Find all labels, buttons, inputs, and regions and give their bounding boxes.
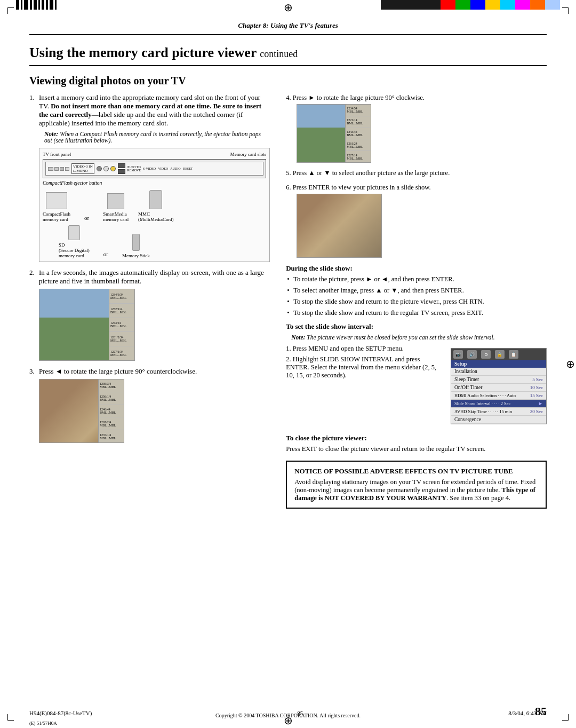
cf-card-label: CompactFlashmemory card [43,211,70,222]
left-column: 1. Insert a memory card into the appropr… [29,93,270,509]
bullet-2: To select another image, press ▲ or ▼, a… [286,287,547,295]
setup-menu-icons: 📷 🔊 ⚙ 🔒 📋 [451,349,546,360]
footer-bottom-code: (E) 51/57H0A [29,721,57,726]
step-6: 6. Press ENTER to view your pictures in … [286,184,547,258]
page-number: 85 [535,705,547,718]
step4-image: 1234/54MBL...MBL 1221/14BML...MBL 1243/4… [297,104,547,163]
thumbnail-grid: 1234/3/34MBL...MBL 1252/114BML...MBL 124… [109,289,134,360]
step2-photo: 1234/3/34MBL...MBL 1252/114BML...MBL 124… [39,289,135,361]
interval-note: Note: The picture viewer must be closed … [286,334,547,341]
sm-card-item: SmartMediamemory card [103,193,129,222]
menu-item-avhd: AVHD Skip Time · · · · · 15 min 20 Sec [451,408,546,416]
step2-image: 1234/3/34MBL...MBL 1252/114BML...MBL 124… [39,289,270,361]
bullet-4: To stop the slide show and return to the… [286,309,547,317]
step-4: 4. Press ► to rotate the large picture 9… [286,93,547,163]
bullet-1: To rotate the picture, press ► or ◄, and… [286,275,547,283]
step3-photo: 1236/3/4MBL...MBL 1256/1/4BML...MBL 1246… [39,379,124,443]
bullet-3: To stop the slide show and return to the… [286,298,547,306]
sm-card-label: SmartMediamemory card [103,211,129,222]
sm-card-shape [107,193,124,209]
mmc-card-item: MMC(MultiMediaCard) [138,190,174,222]
ms-card-label: Memory Stick [122,253,150,258]
setup-menu: 📷 🔊 ⚙ 🔒 📋 Setup Installation [451,348,547,424]
section-heading: Viewing digital photos on your TV [29,75,547,87]
or-text-1: or [84,215,89,221]
mmc-card-label: MMC(MultiMediaCard) [138,211,174,222]
memory-card-diagram: TV front panel Memory card slots [39,148,270,262]
two-column-layout: 1. Insert a memory card into the appropr… [29,93,547,509]
step6-image [297,194,547,258]
setup-menu-items: Installation Sleep Timer 5 Sec On/Off Ti… [451,368,546,424]
chapter-header: Chapter 8: Using the TV's features [29,21,547,35]
step6-photo [297,194,382,258]
thumbnail-grid-4: 1234/54MBL...MBL 1221/14BML...MBL 1243/4… [345,105,371,162]
setup-icon-4: 🔒 [495,350,505,359]
setup-icon-2: 🔊 [467,350,477,359]
interval-section: To set the slide show interval: Note: Th… [286,322,547,428]
step-3: 3. Press ◄ to rotate the large picture 9… [29,367,270,443]
copyright: Copyright © 2004 TOSHIBA CORPORATION. Al… [215,713,361,718]
setup-icon-5: 📋 [509,350,518,359]
corner-mark-br [562,714,569,721]
main-title: Using the memory card picture viewer con… [29,45,547,66]
thumbnail-grid-3: 1236/3/4MBL...MBL 1256/1/4BML...MBL 1246… [98,379,124,442]
sd-card-shape [68,225,80,240]
notice-box: NOTICE OF POSSIBLE ADVERSE EFFECTS ON TV… [286,461,547,509]
step-5: 5. Press ▲ or ▼ to select another pictur… [286,169,547,177]
menu-item-onoff: On/Off Timer 10 Sec [451,384,546,392]
sd-card-label: SD(Secure Digital)memory card [59,242,90,258]
sd-card-item: SD(Secure Digital)memory card [59,225,90,258]
setup-menu-title: Setup [451,360,546,368]
cf-ejector-label: CompactFlash ejector button [43,180,266,186]
note-text: Note: When a Compact Flash memory card i… [39,131,270,144]
right-column: 4. Press ► to rotate the large picture 9… [286,93,547,509]
setup-icon-3: ⚙ [481,350,491,359]
step-1: 1. Insert a memory card into the appropr… [29,93,270,262]
cards-section: CompactFlashmemory card or SmartMediamem… [43,190,266,258]
close-section: To close the picture viewer: Press EXIT … [286,434,547,453]
tv-panel-label: TV front panel [43,152,71,157]
memory-slots-label: Memory card slots [230,152,267,157]
cf-card-shape [46,192,67,209]
setup-row: 1. Press MENU and open the SETUP menu. 2… [286,345,547,428]
menu-item-slideshow: Slide Show Interval · · · · 2 Sec ► [451,400,546,408]
page-content: Chapter 8: Using the TV's features Using… [0,0,576,535]
menu-item-sleep: Sleep Timer 5 Sec [451,376,546,384]
menu-item-convergence: Convergence [451,416,546,424]
mmc-card-shape [149,190,162,209]
step-2: 2. In a few seconds, the images automati… [29,268,270,361]
step4-photo: 1234/54MBL...MBL 1221/14BML...MBL 1243/4… [297,104,371,163]
during-slide-section: During the slide show: To rotate the pic… [286,264,547,317]
corner-mark-bl [7,714,14,721]
steps-list-left: 1. Insert a memory card into the appropr… [29,93,270,443]
setup-icon-1: 📷 [453,350,463,359]
or-text-2: or [103,251,108,257]
step3-image: 1236/3/4MBL...MBL 1256/1/4BML...MBL 1246… [39,379,270,443]
footer-left: H94(E)084-87(8c-UseTV) [29,710,92,716]
cf-card-item: CompactFlashmemory card [43,192,70,222]
menu-item-hdmi: HDMI Audio Selection · · · · Auto 15 Sec [451,392,546,400]
tv-panel-box: VIDEO-3 INL/MONO [43,159,266,178]
ms-card-shape [132,234,140,251]
menu-item-installation: Installation [451,368,546,376]
during-bullets-list: To rotate the picture, press ► or ◄, and… [286,275,547,317]
ms-card-item: Memory Stick [122,234,150,258]
